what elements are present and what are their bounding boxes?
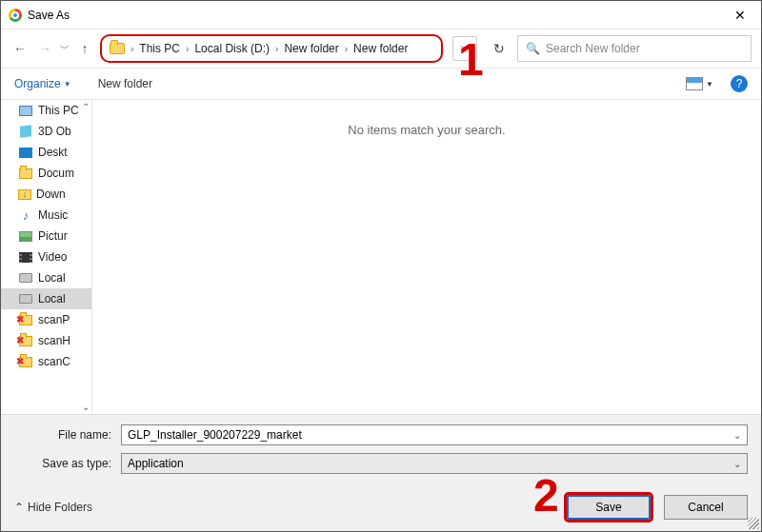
tree-label: Docum xyxy=(38,167,74,180)
tree-label: Video xyxy=(38,250,67,264)
tree-item-documents[interactable]: Docum xyxy=(1,163,91,184)
new-folder-button[interactable]: New folder xyxy=(98,77,152,90)
filename-input[interactable]: GLP_Installer_900207229_market ⌄ xyxy=(121,424,748,445)
organize-menu[interactable]: Organize ▼ xyxy=(14,77,71,90)
resize-grip[interactable] xyxy=(748,518,759,529)
chevron-right-icon: › xyxy=(186,44,189,54)
file-list[interactable]: No items match your search. xyxy=(92,100,761,414)
tree-label: Pictur xyxy=(38,229,68,243)
search-placeholder: Search New folder xyxy=(546,42,640,55)
tree-label: Deskt xyxy=(38,146,68,159)
chrome-icon xyxy=(9,9,22,22)
window-title: Save As xyxy=(28,9,70,22)
caret-down-icon: ▼ xyxy=(706,80,713,89)
search-icon: 🔍 xyxy=(526,42,540,55)
annotation-2: 2 xyxy=(533,473,559,519)
forward-button[interactable]: → xyxy=(35,41,54,56)
folder-icon xyxy=(19,168,32,179)
body: ⌃ This PC 3D Ob Deskt Docum Down ♪Music … xyxy=(1,100,761,414)
scan-error-icon: ✖ xyxy=(18,313,33,326)
tree-item-local-disk-d[interactable]: Local xyxy=(1,288,91,309)
save-as-dialog: Save As ✕ ← → ﹀ ↑ › This PC › Local Disk… xyxy=(0,0,762,532)
filename-label: File name: xyxy=(14,428,121,442)
tree-item-scan[interactable]: ✖scanP xyxy=(1,309,91,330)
breadcrumb-segment[interactable]: New folder xyxy=(284,42,338,55)
tree-label: Music xyxy=(38,208,68,222)
help-button[interactable]: ? xyxy=(731,75,748,92)
tree-label: This PC xyxy=(38,104,79,117)
pc-icon xyxy=(19,106,32,116)
tree-label: Down xyxy=(36,187,66,201)
breadcrumb-segment[interactable]: New folder xyxy=(353,42,408,55)
tree-item-3d-objects[interactable]: 3D Ob xyxy=(1,121,91,142)
caret-down-icon: ▼ xyxy=(64,80,71,89)
empty-message: No items match your search. xyxy=(348,123,505,137)
nav-tree[interactable]: ⌃ This PC 3D Ob Deskt Docum Down ♪Music … xyxy=(1,100,92,414)
tree-item-scan[interactable]: ✖scanH xyxy=(1,330,91,351)
tree-item-desktop[interactable]: Deskt xyxy=(1,142,91,163)
tree-item-local-disk-c[interactable]: Local xyxy=(1,267,91,288)
folder-icon xyxy=(110,43,125,54)
dropdown-icon[interactable]: ⌄ xyxy=(733,459,741,469)
back-button[interactable]: ← xyxy=(10,41,30,56)
tree-item-pictures[interactable]: Pictur xyxy=(1,226,91,246)
chevron-right-icon: › xyxy=(130,44,133,54)
history-dropdown[interactable]: ﹀ xyxy=(60,42,70,55)
breadcrumb-segment[interactable]: This PC xyxy=(139,42,180,55)
close-button[interactable]: ✕ xyxy=(718,1,761,30)
bottom-panel: File name: GLP_Installer_900207229_marke… xyxy=(1,414,761,531)
refresh-icon: ↻ xyxy=(493,41,505,56)
tree-label: scanH xyxy=(38,334,70,347)
annotation-1: 1 xyxy=(458,37,484,83)
title-bar: Save As ✕ xyxy=(1,1,761,30)
up-button[interactable]: ↑ xyxy=(75,41,94,56)
organize-label: Organize xyxy=(14,77,61,90)
videos-icon xyxy=(19,252,32,263)
toolbar: Organize ▼ New folder ▼ ? xyxy=(1,68,761,100)
hide-folders-label: Hide Folders xyxy=(28,501,92,514)
filename-value: GLP_Installer_900207229_market xyxy=(128,428,302,442)
tree-label: scanP xyxy=(38,313,70,326)
tree-label: Local xyxy=(38,271,66,285)
scan-error-icon: ✖ xyxy=(18,334,33,347)
breadcrumb-segment[interactable]: Local Disk (D:) xyxy=(194,42,270,55)
chevron-up-icon: ⌃ xyxy=(14,501,24,514)
scroll-up-icon[interactable]: ⌃ xyxy=(82,102,90,112)
address-bar[interactable]: › This PC › Local Disk (D:) › New folder… xyxy=(100,34,443,63)
pictures-icon xyxy=(19,231,32,242)
downloads-icon xyxy=(18,189,31,200)
nav-row: ← → ﹀ ↑ › This PC › Local Disk (D:) › Ne… xyxy=(1,30,761,68)
tree-item-music[interactable]: ♪Music xyxy=(1,205,91,226)
view-menu[interactable]: ▼ xyxy=(686,77,713,90)
tree-label: scanC xyxy=(38,355,70,368)
view-icon xyxy=(686,77,703,90)
tree-item-downloads[interactable]: Down xyxy=(1,184,91,205)
tree-item-videos[interactable]: Video xyxy=(1,246,91,267)
scan-error-icon: ✖ xyxy=(18,355,33,368)
tree-label: Local xyxy=(38,292,66,305)
tree-item-this-pc[interactable]: This PC xyxy=(1,100,91,121)
filetype-value: Application xyxy=(128,457,184,470)
filetype-label: Save as type: xyxy=(14,457,121,470)
refresh-button[interactable]: ↻ xyxy=(487,36,511,61)
tree-item-scan[interactable]: ✖scanC xyxy=(1,351,91,372)
filetype-select[interactable]: Application ⌄ xyxy=(121,453,748,474)
search-input[interactable]: 🔍 Search New folder xyxy=(517,35,752,62)
disk-icon xyxy=(19,294,32,304)
desktop-icon xyxy=(19,148,32,158)
chevron-right-icon: › xyxy=(275,44,278,54)
3d-objects-icon xyxy=(20,125,31,138)
cancel-button[interactable]: Cancel xyxy=(664,495,748,520)
hide-folders-button[interactable]: ⌃ Hide Folders xyxy=(14,501,92,514)
disk-icon xyxy=(19,273,32,283)
scroll-down-icon[interactable]: ⌄ xyxy=(82,402,90,412)
save-button[interactable]: Save xyxy=(567,495,651,520)
music-icon: ♪ xyxy=(18,208,33,222)
dropdown-icon[interactable]: ⌄ xyxy=(733,430,741,441)
chevron-right-icon: › xyxy=(345,44,348,54)
tree-label: 3D Ob xyxy=(38,125,71,138)
